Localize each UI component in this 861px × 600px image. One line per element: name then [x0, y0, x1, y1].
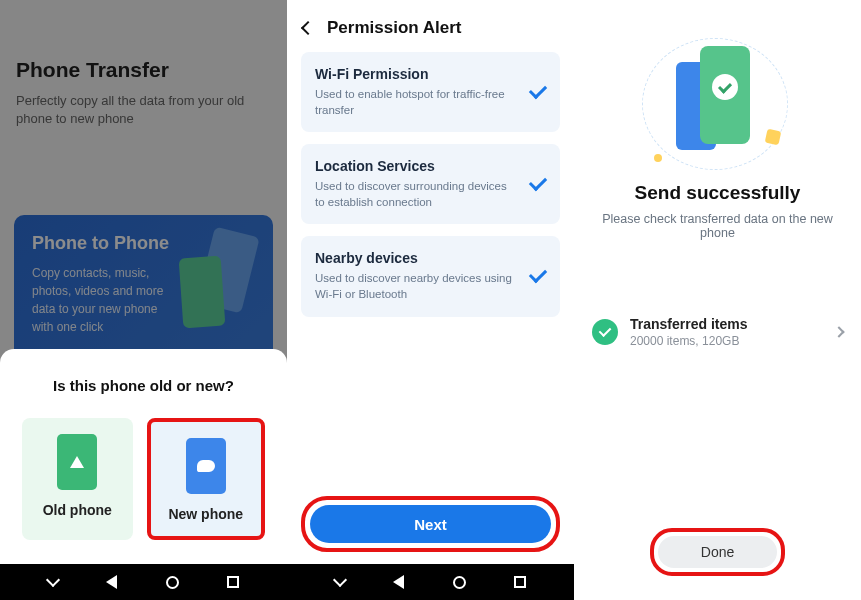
nav-menu-icon[interactable] [333, 573, 347, 587]
old-phone-option[interactable]: Old phone [22, 418, 133, 540]
success-subtitle: Please check transferred data on the new… [588, 212, 847, 240]
nav-home-icon[interactable] [453, 576, 466, 589]
success-title: Send successfully [574, 182, 861, 204]
new-phone-icon [186, 438, 226, 494]
next-highlight: Next [301, 496, 560, 552]
perm-location[interactable]: Location Services Used to discover surro… [301, 144, 560, 224]
sheet-question: Is this phone old or new? [22, 377, 265, 394]
perm-nearby[interactable]: Nearby devices Used to discover nearby d… [301, 236, 560, 316]
nav-menu-icon[interactable] [46, 573, 60, 587]
item-subtitle: 20000 items, 120GB [630, 334, 748, 348]
perm-title: Location Services [315, 158, 516, 174]
perm-title: Wi-Fi Permission [315, 66, 516, 82]
nav-back-icon[interactable] [106, 575, 117, 589]
transferred-items-row[interactable]: Transferred items 20000 items, 120GB [580, 304, 855, 360]
back-icon[interactable] [301, 21, 315, 35]
old-phone-icon [57, 434, 97, 490]
next-button[interactable]: Next [310, 505, 551, 543]
permission-list: Wi-Fi Permission Used to enable hotspot … [287, 52, 574, 317]
success-illustration [648, 44, 788, 164]
nav-back-icon[interactable] [393, 575, 404, 589]
new-phone-label: New phone [168, 506, 243, 522]
nav-home-icon[interactable] [166, 576, 179, 589]
new-phone-option[interactable]: New phone [147, 418, 266, 540]
chevron-right-icon [833, 326, 844, 337]
success-check-icon [592, 319, 618, 345]
done-highlight: Done [650, 528, 785, 576]
old-phone-label: Old phone [43, 502, 112, 518]
perm-wifi[interactable]: Wi-Fi Permission Used to enable hotspot … [301, 52, 560, 132]
check-icon [529, 81, 547, 99]
perm-desc: Used to enable hotspot for traffic-free … [315, 86, 516, 118]
nav-recent-icon[interactable] [514, 576, 526, 588]
perm-title: Nearby devices [315, 250, 516, 266]
page-title: Permission Alert [327, 18, 461, 38]
android-navbar [287, 564, 574, 600]
done-button[interactable]: Done [658, 536, 777, 568]
perm-desc: Used to discover nearby devices using Wi… [315, 270, 516, 302]
check-icon [529, 173, 547, 191]
android-navbar [0, 564, 287, 600]
bottom-sheet: Is this phone old or new? Old phone New … [0, 349, 287, 564]
nav-recent-icon[interactable] [227, 576, 239, 588]
perm-desc: Used to discover surrounding devices to … [315, 178, 516, 210]
check-icon [529, 265, 547, 283]
item-title: Transferred items [630, 316, 748, 332]
